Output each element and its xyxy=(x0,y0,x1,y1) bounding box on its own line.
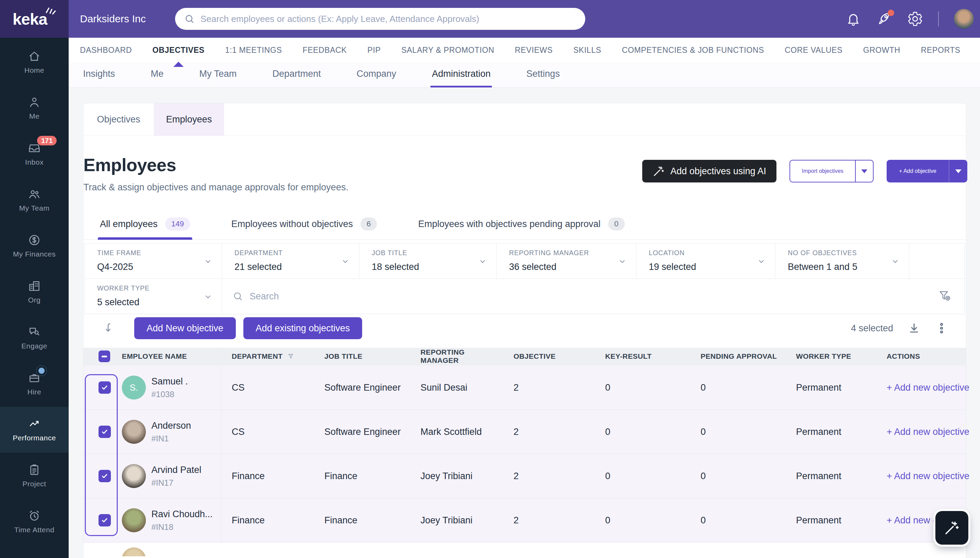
add-objective-button[interactable]: + Add objective xyxy=(887,160,967,182)
nav-tab-competencies[interactable]: COMPETENCIES & JOB FUNCTIONS xyxy=(622,38,764,62)
sidebar-item-me[interactable]: Me xyxy=(0,85,69,131)
nav-tab-feedback[interactable]: FEEDBACK xyxy=(303,38,347,62)
engage-chat-icon xyxy=(28,325,41,338)
notifications-bell-icon[interactable] xyxy=(845,11,861,27)
select-all-checkbox[interactable] xyxy=(99,351,110,362)
filter-location[interactable]: LOCATION 19 selected xyxy=(636,243,776,279)
view-tab-label: All employees xyxy=(100,219,158,230)
add-new-objective-link[interactable]: + Add new objective xyxy=(887,427,969,437)
nav-tab-1-1-meetings[interactable]: 1:1 MEETINGS xyxy=(225,38,282,62)
sidebar-item-org[interactable]: Org xyxy=(0,269,69,315)
employee-cell[interactable]: Ravi Choudh... #IN18 xyxy=(119,498,221,542)
sidebar-item-hire[interactable]: Hire xyxy=(0,361,69,407)
pending-approval-cell: 0 xyxy=(690,427,786,437)
nav-tab-pip[interactable]: PIP xyxy=(367,38,380,62)
subnav-me[interactable]: Me xyxy=(149,62,165,87)
keka-logo[interactable]: keka xyxy=(0,0,69,38)
employee-name: Ravi Choudh... xyxy=(152,509,213,520)
view-tab-without-objectives[interactable]: Employees without objectives 6 xyxy=(231,217,377,240)
add-existing-objectives-button[interactable]: Add existing objectives xyxy=(243,317,362,339)
global-search-input[interactable] xyxy=(201,14,576,25)
key-result-cell: 0 xyxy=(595,427,690,437)
add-new-objective-button[interactable]: Add New objective xyxy=(134,317,236,339)
tab-employees[interactable]: Employees xyxy=(154,103,224,135)
view-tab-pending-approval[interactable]: Employees with objectives pending approv… xyxy=(418,217,625,240)
sidebar-item-engage[interactable]: Engage xyxy=(0,315,69,361)
magic-wand-icon xyxy=(652,165,665,177)
filter-empty-cell xyxy=(909,243,965,279)
view-tab-all-employees[interactable]: All employees 149 xyxy=(100,217,190,240)
employees-card: Objectives Employees Employees Track & a… xyxy=(83,103,966,558)
more-options-kebab-icon[interactable] xyxy=(935,322,948,335)
nav-tab-core-values[interactable]: CORE VALUES xyxy=(785,38,843,62)
filter-value: 19 selected xyxy=(649,262,775,272)
header-cell: REPORTING MANAGER xyxy=(410,348,503,364)
filter-label: WORKER TYPE xyxy=(97,284,222,292)
nav-tab-reports[interactable]: REPORTS xyxy=(921,38,960,62)
objective-cell: 2 xyxy=(503,427,595,437)
sidebar-item-project[interactable]: Project xyxy=(0,453,69,499)
nav-tab-dashboard[interactable]: DASHBOARD xyxy=(80,38,132,62)
sidebar-item-time-attend[interactable]: Time Attend xyxy=(0,499,69,545)
header-cell: OBJECTIVE xyxy=(503,352,595,361)
employee-cell[interactable]: Arvind Patel #IN17 xyxy=(119,454,221,498)
sidebar-item-performance[interactable]: Performance xyxy=(0,407,69,453)
sidebar-item-home[interactable]: Home xyxy=(0,39,69,85)
filter-no-of-objectives[interactable]: NO OF OBJECTIVES Between 1 and 5 xyxy=(776,243,909,279)
filter-worker-type[interactable]: WORKER TYPE 5 selected xyxy=(85,279,222,314)
row-checkbox[interactable] xyxy=(99,426,111,438)
sidebar-item-inbox[interactable]: 171 Inbox xyxy=(0,131,69,177)
filter-label: REPORTING MANAGER xyxy=(509,249,636,257)
clear-filters-icon[interactable] xyxy=(938,289,952,304)
table-row: Arvind Patel #IN17 Finance Finance Joey … xyxy=(83,454,966,498)
whats-new-rocket-icon[interactable] xyxy=(876,11,892,27)
nav-tab-growth[interactable]: GROWTH xyxy=(863,38,900,62)
header-cell: EMPLOYEE NAME xyxy=(119,348,221,365)
sidebar-item-label: Time Attend xyxy=(15,526,54,534)
subnav-company[interactable]: Company xyxy=(355,62,398,87)
ai-wand-floating-button[interactable] xyxy=(936,511,968,545)
add-new-objective-link[interactable]: + Add new objective xyxy=(887,382,969,393)
sidebar-item-my-team[interactable]: My Team xyxy=(0,177,69,223)
export-download-icon[interactable] xyxy=(908,322,921,335)
subnav-insights[interactable]: Insights xyxy=(82,62,116,87)
settings-gear-icon[interactable] xyxy=(907,11,923,27)
import-dropdown-caret[interactable] xyxy=(855,161,873,182)
filter-reporting-manager[interactable]: REPORTING MANAGER 36 selected xyxy=(497,243,636,279)
add-objectives-ai-button[interactable]: Add objectives using AI xyxy=(642,160,776,182)
nav-tab-skills[interactable]: SKILLS xyxy=(573,38,601,62)
sort-descending-icon[interactable] xyxy=(103,322,115,335)
user-avatar[interactable] xyxy=(954,9,974,29)
filter-job-title[interactable]: JOB TITLE 18 selected xyxy=(359,243,497,279)
row-checkbox[interactable] xyxy=(99,381,111,394)
page-subtitle: Track & assign objectives and manage app… xyxy=(83,182,966,193)
employee-cell[interactable]: S. Samuel . #1038 xyxy=(119,366,221,410)
sidebar-item-my-finances[interactable]: My Finances xyxy=(0,223,69,269)
subnav-administration[interactable]: Administration xyxy=(430,62,492,87)
row-checkbox[interactable] xyxy=(99,514,111,527)
subnav-department[interactable]: Department xyxy=(271,62,322,87)
sidebar-item-label: My Team xyxy=(19,204,49,212)
filter-funnel-icon[interactable] xyxy=(287,352,295,361)
dollar-icon xyxy=(28,233,41,246)
subnav-settings[interactable]: Settings xyxy=(525,62,561,87)
add-objective-dropdown-caret[interactable] xyxy=(949,160,967,182)
nav-tab-objectives[interactable]: OBJECTIVES xyxy=(152,38,204,62)
logo-sparkle-icon xyxy=(44,6,58,18)
row-checkbox[interactable] xyxy=(99,470,111,482)
nav-tab-reviews[interactable]: REVIEWS xyxy=(515,38,553,62)
filter-department[interactable]: DEPARTMENT 21 selected xyxy=(222,243,359,279)
employee-cell[interactable]: Anderson #IN1 xyxy=(119,410,221,454)
subnav-my-team[interactable]: My Team xyxy=(198,62,238,87)
header-cell: WORKER TYPE xyxy=(786,352,876,361)
nav-tab-salary-promotion[interactable]: SALARY & PROMOTION xyxy=(401,38,494,62)
table-row-partial xyxy=(83,543,966,556)
import-objectives-button[interactable]: Import objectives xyxy=(789,160,874,182)
table-search-input[interactable] xyxy=(250,291,938,302)
chevron-down-icon xyxy=(203,256,213,268)
global-search[interactable] xyxy=(175,8,585,30)
tab-objectives[interactable]: Objectives xyxy=(83,103,154,135)
filter-time-frame[interactable]: TIME FRAME Q4-2025 xyxy=(85,243,222,279)
add-new-objective-link[interactable]: + Add new objective xyxy=(887,471,969,481)
avatar xyxy=(122,464,146,488)
